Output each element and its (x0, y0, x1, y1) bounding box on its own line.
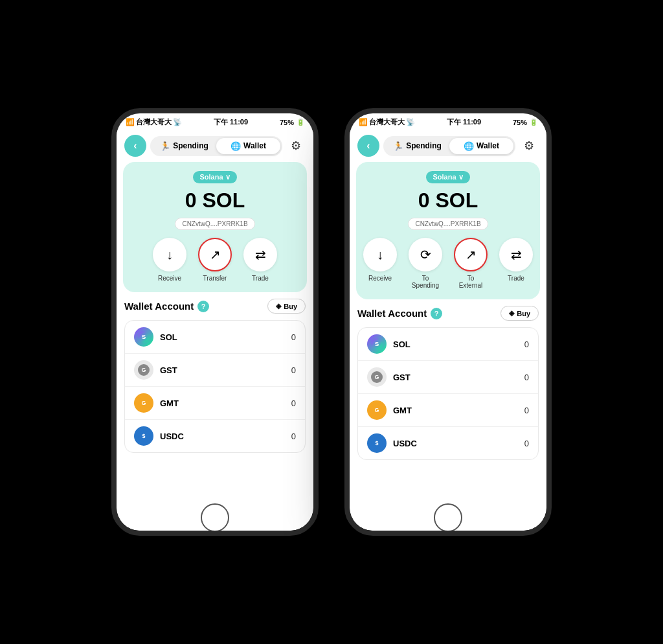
home-indicator-2 (350, 505, 546, 531)
wifi-icon-1: 📡 (173, 118, 182, 126)
receive-button-1[interactable]: ↓ (153, 238, 186, 271)
to-external-button-2[interactable]: ↗ (454, 238, 488, 271)
back-icon-2: ‹ (366, 140, 370, 152)
token-list-2: S SOL 0 G GST 0 G (357, 327, 539, 460)
wallet-address-2[interactable]: CNZvtwQ....PXRRK1B (408, 218, 488, 230)
status-bar-2: 📶 台灣大哥大 📡 下午 11:09 75% 🔋 (350, 113, 546, 130)
status-right-1: 75% 🔋 (280, 119, 304, 126)
battery-icon-2: 🔋 (530, 119, 537, 126)
receive-label-1: Receive (158, 275, 181, 282)
back-button-1[interactable]: ‹ (124, 135, 146, 157)
spending-icon-1: 🏃 (160, 141, 170, 151)
gst-value-2: 0 (524, 373, 529, 382)
trade-button-1[interactable]: ⇄ (243, 238, 277, 271)
gst-value-1: 0 (291, 365, 296, 375)
balance-2: 0 SOL (418, 189, 478, 213)
token-row-gmt-1[interactable]: G GMT 0 (125, 387, 305, 420)
receive-wrap-2: ↓ Receive (363, 238, 397, 282)
network-label-1: Solana ∨ (199, 173, 230, 181)
tab-wallet-2[interactable]: 🌐 Wallet (449, 138, 513, 154)
wallet-label-2: Wallet (477, 141, 499, 150)
token-row-sol-2[interactable]: S SOL 0 (358, 328, 538, 361)
buy-button-2[interactable]: ◈ Buy (500, 306, 539, 321)
network-badge-1[interactable]: Solana ∨ (193, 171, 236, 183)
sol-icon-2: S (367, 334, 387, 354)
account-header-2: Wallet Account ? ◈ Buy (357, 306, 539, 321)
svg-text:$: $ (142, 433, 145, 439)
phone-1: 📶 台灣大哥大 📡 下午 11:09 75% 🔋 ‹ 🏃 Spending (111, 108, 319, 536)
usdc-icon-1: $ (134, 426, 153, 446)
sol-icon-1: S (134, 327, 153, 347)
buy-label-1: Buy (284, 303, 297, 310)
signal-icon-2: 📶 (359, 118, 368, 126)
tab-wallet-1[interactable]: 🌐 Wallet (216, 138, 280, 154)
gmt-name-1: GMT (160, 398, 285, 408)
token-list-1: S SOL 0 G GST 0 G (124, 320, 306, 453)
back-icon-1: ‹ (133, 140, 137, 152)
usdc-name-2: USDC (393, 439, 518, 448)
transfer-button-1[interactable]: ↗ (198, 238, 232, 271)
home-button-1[interactable] (201, 503, 229, 531)
action-buttons-2: ↓ Receive ⟳ ToSpending ↗ ToExternal ⇄ Tr… (363, 238, 533, 289)
gmt-icon-2: G (367, 400, 387, 420)
phone-2: 📶 台灣大哥大 📡 下午 11:09 75% 🔋 ‹ 🏃 Spending (344, 108, 552, 536)
back-button-2[interactable]: ‹ (357, 135, 379, 157)
gst-icon-1: G (134, 360, 153, 380)
gmt-icon-1: G (134, 393, 153, 413)
account-title-2: Wallet Account ? (357, 308, 442, 319)
to-external-label-2: ToExternal (459, 275, 483, 289)
account-header-1: Wallet Account ? ◈ Buy (124, 299, 306, 314)
time-1: 下午 11:09 (214, 117, 248, 127)
buy-button-1[interactable]: ◈ Buy (267, 299, 306, 314)
gear-button-1[interactable]: ⚙ (286, 136, 306, 155)
scene: 📶 台灣大哥大 📡 下午 11:09 75% 🔋 ‹ 🏃 Spending (85, 82, 578, 562)
help-icon-1[interactable]: ? (197, 301, 209, 312)
gear-icon-2: ⚙ (524, 139, 534, 153)
battery-pct-2: 75% (513, 119, 527, 126)
token-row-sol-1[interactable]: S SOL 0 (125, 321, 305, 354)
token-row-gst-1[interactable]: G GST 0 (125, 354, 305, 387)
gst-icon-2: G (367, 367, 387, 387)
tab-group-2: 🏃 Spending 🌐 Wallet (383, 136, 515, 156)
usdc-value-1: 0 (291, 431, 296, 441)
spending-label-1: Spending (173, 141, 208, 150)
app-content-1: ‹ 🏃 Spending 🌐 Wallet ⚙ (117, 130, 313, 531)
svg-text:G: G (141, 367, 146, 373)
status-bar-1: 📶 台灣大哥大 📡 下午 11:09 75% 🔋 (117, 113, 313, 130)
token-row-usdc-2[interactable]: $ USDC 0 (358, 427, 538, 459)
to-spending-wrap-2: ⟳ ToSpending (409, 238, 442, 289)
sol-name-2: SOL (393, 339, 518, 349)
gmt-name-2: GMT (393, 406, 518, 415)
to-external-wrap-2: ↗ ToExternal (454, 238, 488, 289)
action-buttons-1: ↓ Receive ↗ Transfer ⇄ Trade (153, 238, 277, 282)
token-row-gmt-2[interactable]: G GMT 0 (358, 394, 538, 427)
trade-label-1: Trade (252, 275, 269, 282)
to-spending-button-2[interactable]: ⟳ (409, 238, 442, 271)
buy-icon-1: ◈ (276, 302, 281, 310)
receive-button-2[interactable]: ↓ (363, 238, 397, 271)
wifi-icon-2: 📡 (406, 118, 415, 126)
token-row-gst-2[interactable]: G GST 0 (358, 361, 538, 394)
wallet-address-1[interactable]: CNZvtwQ....PXRRK1B (175, 218, 254, 230)
network-badge-2[interactable]: Solana ∨ (426, 171, 469, 183)
svg-text:G: G (374, 374, 379, 380)
spending-icon-2: 🏃 (393, 141, 403, 151)
battery-icon-1: 🔋 (297, 119, 304, 126)
receive-wrap-1: ↓ Receive (153, 238, 186, 282)
home-button-2[interactable] (434, 503, 462, 531)
spending-label-2: Spending (406, 141, 442, 150)
transfer-wrap-1: ↗ Transfer (198, 238, 232, 282)
transfer-label-1: Transfer (203, 275, 227, 282)
token-row-usdc-1[interactable]: $ USDC 0 (125, 420, 305, 452)
carrier-1: 台灣大哥大 (136, 117, 172, 127)
nav-bar-2: ‹ 🏃 Spending 🌐 Wallet ⚙ (350, 130, 546, 162)
trade-button-2[interactable]: ⇄ (499, 238, 533, 271)
tab-spending-2[interactable]: 🏃 Spending (385, 138, 449, 154)
gear-button-2[interactable]: ⚙ (519, 136, 539, 155)
help-icon-2[interactable]: ? (431, 308, 442, 319)
signal-icon: 📶 (126, 118, 135, 126)
tab-spending-1[interactable]: 🏃 Spending (152, 138, 216, 154)
svg-text:$: $ (375, 440, 378, 446)
nav-bar-1: ‹ 🏃 Spending 🌐 Wallet ⚙ (117, 130, 313, 162)
svg-text:G: G (141, 400, 146, 406)
